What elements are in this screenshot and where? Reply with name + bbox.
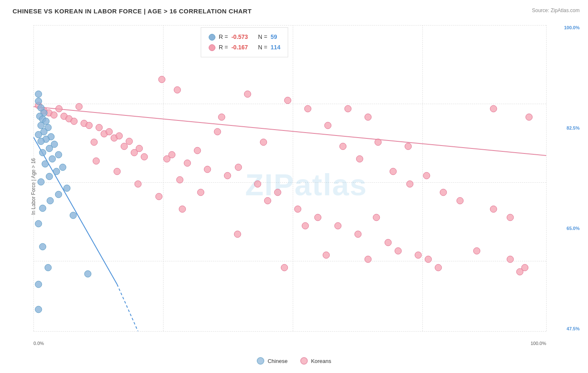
korean-point: [294, 206, 301, 212]
korean-point: [264, 197, 271, 204]
korean-point: [423, 172, 430, 179]
korean-point: [121, 143, 128, 150]
korean-point: [435, 264, 442, 271]
korean-point: [356, 156, 363, 162]
grid-h-5: [33, 331, 546, 332]
korean-point: [197, 189, 204, 196]
korean-point: [284, 97, 291, 104]
chinese-point: [49, 156, 56, 162]
korean-point: [281, 264, 288, 271]
korean-point: [425, 256, 432, 263]
korean-point: [260, 139, 267, 146]
chinese-point: [45, 264, 51, 271]
korean-point: [224, 172, 231, 179]
y-tick-100: 100.0%: [564, 25, 580, 30]
korean-point: [214, 128, 221, 135]
korean-point: [204, 166, 211, 173]
chart-svg: [33, 25, 546, 331]
korean-point: [406, 181, 413, 187]
korean-point: [314, 214, 321, 221]
chinese-point: [53, 168, 60, 175]
y-tick-47: 47.5%: [567, 326, 580, 331]
chinese-trend-line-ext: [117, 284, 151, 331]
korean-point: [325, 122, 331, 129]
korean-point: [373, 214, 380, 221]
korean-point: [136, 145, 143, 152]
korean-point: [174, 87, 181, 93]
korean-point: [169, 151, 175, 158]
y-tick-65: 65.0%: [567, 226, 580, 231]
source-text: Source: ZipAtlas.com: [532, 8, 580, 13]
korean-point: [335, 222, 341, 229]
korean-point: [184, 160, 191, 166]
chinese-point: [35, 131, 42, 138]
korean-point: [91, 139, 97, 146]
korean-point: [522, 264, 528, 271]
chinese-point: [55, 191, 62, 198]
legend-chinese-dot: [257, 357, 264, 365]
x-tick-min: 0.0%: [33, 341, 44, 346]
korean-point: [440, 189, 447, 196]
korean-point: [235, 164, 242, 171]
korean-point: [126, 138, 133, 145]
korean-point: [51, 112, 57, 118]
korean-point: [395, 248, 401, 254]
korean-point: [526, 114, 532, 120]
korean-point: [234, 231, 241, 238]
korean-point: [156, 193, 162, 200]
legend-koreans: Koreans: [300, 357, 331, 365]
korean-point: [76, 103, 82, 110]
chinese-point: [46, 145, 53, 152]
chinese-point: [39, 149, 46, 156]
korean-point: [507, 214, 514, 221]
chinese-point: [38, 179, 44, 185]
chinese-point: [35, 98, 42, 105]
chinese-point: [55, 151, 62, 158]
chinese-point: [38, 122, 44, 129]
legend: Chinese Koreans: [257, 357, 331, 365]
korean-point: [457, 197, 463, 204]
korean-point: [340, 143, 346, 150]
korean-point: [194, 147, 201, 154]
korean-point: [93, 158, 100, 164]
grid-v-5: [546, 25, 547, 331]
korean-point: [56, 105, 62, 112]
korean-point: [176, 176, 183, 183]
korean-point: [375, 139, 381, 146]
chinese-point: [35, 91, 42, 97]
korean-point: [244, 91, 251, 97]
korean-point: [86, 122, 92, 129]
legend-koreans-label: Koreans: [311, 358, 331, 364]
korean-point: [304, 105, 311, 112]
legend-koreans-dot: [300, 357, 308, 365]
korean-point: [405, 143, 412, 150]
chinese-trend-line: [33, 137, 117, 284]
korean-point: [114, 168, 120, 175]
korean-point: [507, 256, 514, 263]
chinese-point: [46, 173, 53, 180]
chinese-point: [64, 185, 70, 192]
chinese-point: [59, 164, 66, 171]
korean-point: [106, 128, 112, 135]
chinese-point: [70, 212, 77, 219]
legend-chinese-label: Chinese: [268, 358, 288, 364]
korean-point: [490, 206, 497, 212]
korean-point: [490, 105, 497, 112]
korean-point: [179, 206, 186, 212]
korean-point: [345, 105, 351, 112]
korean-point: [159, 76, 165, 83]
chart-title: CHINESE VS KOREAN IN LABOR FORCE | AGE >…: [13, 8, 252, 15]
korean-point: [135, 181, 141, 187]
korean-point: [274, 189, 281, 196]
korean-point: [116, 133, 123, 139]
chinese-point: [39, 205, 46, 212]
y-axis-ticks: 100.0% 82.5% 65.0% 47.5%: [564, 25, 580, 331]
legend-chinese: Chinese: [257, 357, 288, 365]
korean-point: [302, 222, 309, 229]
chart-container: CHINESE VS KOREAN IN LABOR FORCE | AGE >…: [0, 0, 588, 373]
korean-point: [218, 114, 225, 120]
y-tick-82: 82.5%: [567, 125, 580, 130]
chinese-point: [84, 271, 91, 277]
chinese-point: [35, 306, 42, 313]
korean-point: [71, 118, 77, 125]
